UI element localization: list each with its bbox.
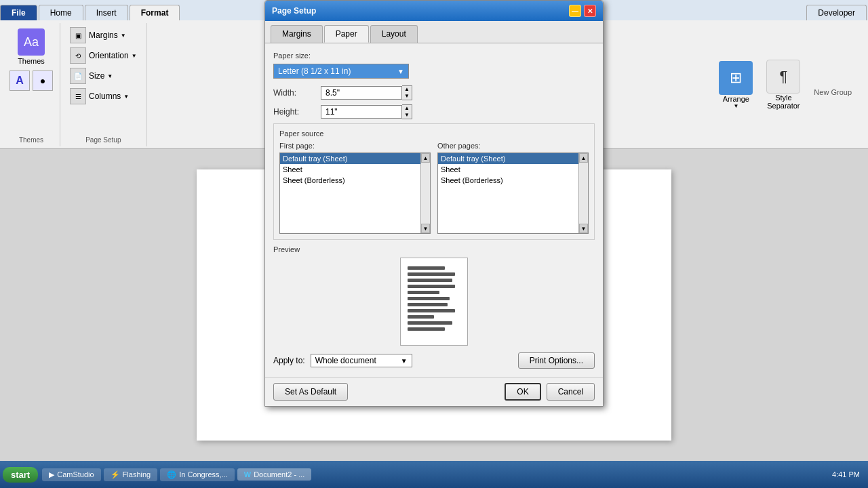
- width-input[interactable]: 8.5": [321, 86, 402, 100]
- cancel-button[interactable]: Cancel: [547, 383, 595, 401]
- height-input[interactable]: 11": [321, 105, 402, 119]
- preview-line-5: [408, 291, 439, 294]
- apply-to-group: Apply to: Whole document ▼: [273, 354, 412, 367]
- tab-margins[interactable]: Margins: [271, 25, 323, 43]
- height-row: Height: 11" ▲ ▼: [273, 104, 595, 119]
- dialog-close-btn[interactable]: ✕: [584, 5, 596, 17]
- preview-section: Preview: [273, 245, 595, 346]
- other-pages-label: Other pages:: [437, 142, 589, 150]
- modal-overlay: Page Setup — ✕ Margins Paper Layout Pape…: [0, 0, 868, 488]
- first-page-item-0[interactable]: Default tray (Sheet): [280, 153, 430, 164]
- dialog-minimize-btn[interactable]: —: [569, 5, 581, 17]
- apply-to-select[interactable]: Whole document ▼: [311, 354, 412, 367]
- dialog-titlebar-buttons: — ✕: [569, 5, 596, 17]
- width-row: Width: 8.5" ▲ ▼: [273, 85, 595, 100]
- page-setup-dialog: Page Setup — ✕ Margins Paper Layout Pape…: [264, 0, 604, 407]
- first-page-list[interactable]: Default tray (Sheet) Sheet Sheet (Border…: [279, 152, 431, 234]
- first-page-scroll-up[interactable]: ▲: [421, 153, 430, 163]
- other-pages-item-2[interactable]: Sheet (Borderless): [438, 175, 588, 186]
- dialog-body: Paper size: Letter (8 1/2 x 11 in) ▼ Wid…: [265, 43, 603, 377]
- tab-layout[interactable]: Layout: [370, 25, 418, 43]
- preview-line-11: [408, 327, 445, 331]
- first-page-item-2[interactable]: Sheet (Borderless): [280, 175, 430, 186]
- preview-label: Preview: [273, 245, 595, 253]
- first-page-scroll-down[interactable]: ▼: [421, 224, 430, 233]
- width-input-group: 8.5" ▲ ▼: [321, 85, 412, 100]
- set-as-default-button[interactable]: Set As Default: [273, 383, 348, 401]
- other-pages-scrollbar[interactable]: ▲ ▼: [578, 153, 588, 233]
- preview-line-4: [408, 285, 455, 288]
- height-input-group: 11" ▲ ▼: [321, 104, 412, 119]
- preview-line-9: [408, 315, 434, 319]
- paper-size-label: Paper size:: [273, 52, 595, 60]
- preview-line-10: [408, 321, 452, 325]
- preview-box: [400, 258, 468, 346]
- apply-to-select-group: Whole document ▼: [311, 354, 412, 367]
- first-page-label: First page:: [279, 142, 431, 150]
- apply-to-label: Apply to:: [273, 356, 305, 365]
- preview-line-2: [408, 272, 455, 276]
- preview-line-8: [408, 309, 455, 312]
- other-pages-item-1[interactable]: Sheet: [438, 164, 588, 175]
- first-page-panel: First page: Default tray (Sheet) Sheet S…: [279, 142, 431, 234]
- other-pages-scroll-up[interactable]: ▲: [579, 153, 588, 163]
- other-pages-scroll-down[interactable]: ▼: [579, 224, 588, 233]
- paper-size-select[interactable]: Letter (8 1/2 x 11 in) ▼: [273, 64, 409, 79]
- print-options-button[interactable]: Print Options...: [518, 352, 595, 369]
- other-pages-list[interactable]: Default tray (Sheet) Sheet Sheet (Border…: [437, 152, 589, 234]
- first-page-scrollbar[interactable]: ▲ ▼: [420, 153, 430, 233]
- height-spinner: ▲ ▼: [402, 104, 412, 119]
- other-pages-item-0[interactable]: Default tray (Sheet): [438, 153, 588, 164]
- height-increment-btn[interactable]: ▲: [402, 105, 412, 112]
- apply-to-arrow-icon: ▼: [401, 357, 408, 365]
- ok-cancel-group: OK Cancel: [505, 383, 595, 401]
- width-label: Width:: [273, 88, 321, 98]
- preview-line-3: [408, 279, 452, 282]
- preview-lines: [401, 258, 467, 342]
- dialog-titlebar: Page Setup — ✕: [265, 1, 603, 21]
- width-spinner: ▲ ▼: [402, 85, 412, 100]
- ok-button[interactable]: OK: [505, 383, 540, 401]
- preview-line-1: [408, 266, 445, 270]
- height-decrement-btn[interactable]: ▼: [402, 112, 412, 119]
- preview-line-7: [408, 303, 448, 306]
- paper-source-label: Paper source: [279, 129, 589, 138]
- dialog-title: Page Setup: [272, 6, 316, 16]
- first-page-scroll-track: [421, 163, 430, 224]
- first-page-item-1[interactable]: Sheet: [280, 164, 430, 175]
- paper-source-panels: First page: Default tray (Sheet) Sheet S…: [279, 142, 589, 234]
- paper-source-section: Paper source First page: Default tray (S…: [273, 123, 595, 240]
- width-decrement-btn[interactable]: ▼: [402, 93, 412, 100]
- other-pages-scroll-track: [579, 163, 588, 224]
- dialog-tabs: Margins Paper Layout: [265, 21, 603, 43]
- tab-paper[interactable]: Paper: [324, 25, 369, 43]
- preview-line-6: [408, 297, 450, 300]
- width-increment-btn[interactable]: ▲: [402, 86, 412, 93]
- dialog-footer: Set As Default OK Cancel: [265, 377, 603, 406]
- apply-row: Apply to: Whole document ▼ Print Options…: [273, 352, 595, 369]
- height-label: Height:: [273, 107, 321, 117]
- paper-size-arrow-icon: ▼: [397, 68, 404, 75]
- other-pages-panel: Other pages: Default tray (Sheet) Sheet …: [437, 142, 589, 234]
